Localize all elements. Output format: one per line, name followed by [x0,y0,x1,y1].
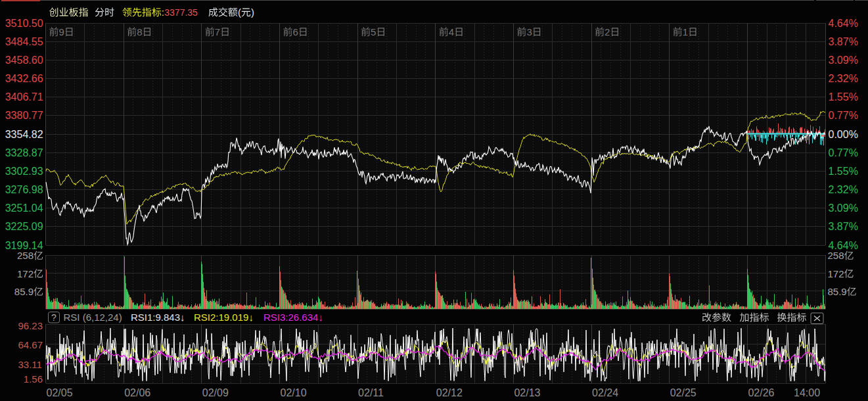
svg-text:02/09: 02/09 [202,387,229,398]
svg-text:7: 7 [215,26,220,37]
svg-text:3.87%: 3.87% [829,36,858,47]
svg-text:(: ( [238,7,241,18]
svg-text:4: 4 [449,26,454,37]
svg-text:4.64%: 4.64% [829,18,858,29]
svg-text:3225.09: 3225.09 [5,221,43,232]
svg-text:3432.66: 3432.66 [5,73,43,84]
svg-text:3328.87: 3328.87 [5,147,43,158]
svg-text:5: 5 [371,26,376,37]
svg-text:172: 172 [17,268,34,279]
svg-text:0.00%: 0.00% [829,129,858,140]
svg-text:RSI (6,12,24): RSI (6,12,24) [64,312,122,323]
svg-text:258: 258 [828,250,844,261]
svg-text:172: 172 [828,268,844,279]
svg-text:33.11: 33.11 [18,359,42,370]
svg-text:96.23: 96.23 [18,320,43,331]
svg-text:1.56: 1.56 [24,373,43,385]
svg-text:4.64%: 4.64% [829,240,858,251]
svg-text:2: 2 [605,26,610,37]
svg-text:9: 9 [59,26,64,37]
svg-text:RSI1:9.843↓: RSI1:9.843↓ [131,312,185,323]
svg-text:85.9: 85.9 [14,286,34,297]
svg-text:RSI3:26.634↓: RSI3:26.634↓ [263,312,323,323]
svg-text:0.77%: 0.77% [829,147,858,158]
svg-text:3.09%: 3.09% [829,202,858,214]
svg-text:1.55%: 1.55% [829,91,858,103]
svg-text:3: 3 [526,26,532,37]
svg-text:2.32%: 2.32% [829,184,858,195]
svg-text:8: 8 [137,26,142,37]
svg-text:85.9: 85.9 [828,286,847,297]
svg-text:6: 6 [293,26,298,37]
svg-text:02/12: 02/12 [436,387,463,398]
svg-text:02/25: 02/25 [670,387,697,398]
svg-text:3406.71: 3406.71 [5,91,43,103]
svg-text:1: 1 [683,26,688,37]
svg-text:3510.50: 3510.50 [5,18,43,29]
svg-text:02/24: 02/24 [592,387,618,398]
svg-text:3199.14: 3199.14 [5,240,43,251]
svg-text:3302.93: 3302.93 [5,166,43,177]
svg-text:258: 258 [17,250,34,261]
svg-text:3251.04: 3251.04 [5,202,43,214]
svg-text:3484.55: 3484.55 [5,36,43,47]
svg-text:0.77%: 0.77% [829,110,858,121]
svg-text:): ) [251,7,254,18]
svg-text:02/05: 02/05 [47,387,73,398]
svg-text:02/13: 02/13 [514,387,540,398]
svg-text:02/11: 02/11 [358,387,384,398]
svg-text:64.67: 64.67 [18,339,43,350]
svg-text:2.32%: 2.32% [829,73,858,84]
svg-text:14:00: 14:00 [794,387,820,398]
svg-text:3276.98: 3276.98 [5,184,43,195]
svg-text:02/06: 02/06 [124,387,150,398]
svg-text:02/10: 02/10 [281,387,307,398]
svg-text:?: ? [51,312,57,323]
svg-text:1.55%: 1.55% [829,166,858,177]
svg-text:02/26: 02/26 [748,387,774,398]
svg-text:3377.35: 3377.35 [164,7,198,18]
svg-text:RSI2:19.019↓: RSI2:19.019↓ [194,312,254,323]
svg-text:3380.77: 3380.77 [5,110,43,121]
svg-text:3.87%: 3.87% [829,221,858,232]
svg-text:3458.60: 3458.60 [5,55,43,66]
svg-text:3.09%: 3.09% [829,55,858,66]
svg-text:3354.82: 3354.82 [5,129,43,140]
